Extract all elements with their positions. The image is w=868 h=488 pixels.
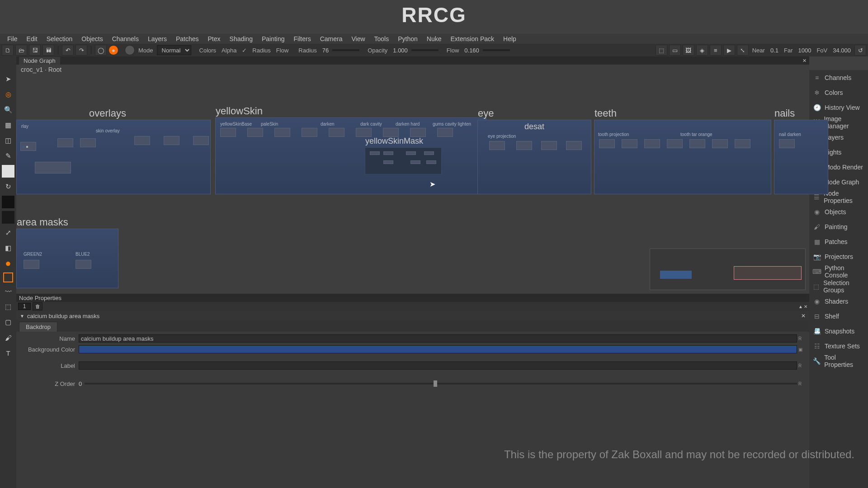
saveas-icon[interactable]: 🖬 xyxy=(42,45,54,56)
close-tab-icon[interactable]: ✕ xyxy=(802,58,807,64)
reset-button[interactable]: R xyxy=(798,381,806,386)
target-tool-icon[interactable]: ◎ xyxy=(2,88,14,101)
label-input[interactable] xyxy=(79,361,797,370)
backdrop-overlays[interactable]: overlays rlay skin overlay xyxy=(16,120,211,194)
image-icon[interactable]: 🖼 xyxy=(683,45,694,56)
fov-value[interactable]: 34.000 xyxy=(831,47,853,54)
node[interactable] xyxy=(437,128,453,137)
menu-file[interactable]: File xyxy=(3,34,22,43)
panel-patches[interactable]: ▦Patches xyxy=(809,234,868,249)
cube-icon[interactable]: ⬚ xyxy=(656,45,667,56)
node[interactable] xyxy=(406,151,416,155)
node[interactable] xyxy=(302,128,317,137)
backdrop-area-masks[interactable]: area masks GREEN2 BLUE2 xyxy=(16,229,118,288)
props-up-icon[interactable]: ▲ xyxy=(798,304,803,309)
node[interactable] xyxy=(383,128,399,137)
node[interactable] xyxy=(80,138,96,147)
stack-icon[interactable]: ≡ xyxy=(710,45,722,56)
node[interactable] xyxy=(712,139,728,148)
black-swatch[interactable] xyxy=(2,196,14,208)
alpha-check[interactable]: ✓ xyxy=(240,47,249,54)
orange-dot-icon[interactable]: ● xyxy=(2,257,14,270)
node[interactable] xyxy=(599,139,615,148)
panel-painting[interactable]: 🖌Painting xyxy=(809,219,868,234)
node[interactable] xyxy=(541,141,557,150)
text-tool-icon[interactable]: T xyxy=(2,347,14,359)
panel-tool-properties[interactable]: 🔧Tool Properties xyxy=(809,353,868,368)
radius-slider[interactable] xyxy=(332,49,359,51)
open-icon[interactable]: 🗁 xyxy=(15,45,27,56)
opacity-value[interactable]: 1.000 xyxy=(391,47,410,54)
orange-square-icon[interactable] xyxy=(3,272,13,282)
node[interactable] xyxy=(622,139,637,148)
menu-painting[interactable]: Painting xyxy=(257,34,289,43)
opacity-slider[interactable] xyxy=(411,49,439,51)
menu-camera[interactable]: Camera xyxy=(316,34,347,43)
play-icon[interactable]: ▶ xyxy=(723,45,735,56)
menu-edit[interactable]: Edit xyxy=(22,34,42,43)
backdrop-yellowskinmask[interactable]: yellowSkinMask xyxy=(365,147,442,174)
undo-icon[interactable]: ↶ xyxy=(62,45,74,56)
reset-button[interactable]: ▣ xyxy=(798,347,806,352)
node[interactable] xyxy=(164,136,179,145)
menu-nuke[interactable]: Nuke xyxy=(422,34,446,43)
menu-view[interactable]: View xyxy=(347,34,369,43)
backdrop-eye[interactable]: eye desat eye projection xyxy=(477,120,591,194)
new-icon[interactable]: 🗋 xyxy=(2,45,14,56)
minimap-viewport[interactable] xyxy=(734,266,802,280)
panel-colors[interactable]: ❄Colors xyxy=(809,85,868,100)
panel-history[interactable]: 🕘History View xyxy=(809,100,868,115)
circle-icon[interactable]: ◯ xyxy=(95,45,107,56)
menu-shading[interactable]: Shading xyxy=(225,34,257,43)
menu-patches[interactable]: Patches xyxy=(171,34,203,43)
node[interactable] xyxy=(424,151,434,155)
panel-projectors[interactable]: 📷Projectors xyxy=(809,249,868,264)
far-value[interactable]: 1000 xyxy=(796,47,813,54)
name-input[interactable] xyxy=(79,334,797,343)
record-icon[interactable]: ● xyxy=(108,45,118,55)
backdrop-yellowskin[interactable]: yellowSkin yellowSkinBase paleSkin darke… xyxy=(215,117,486,194)
mode-select[interactable]: Normal xyxy=(157,45,191,55)
node[interactable] xyxy=(329,128,344,137)
bgcolor-swatch[interactable] xyxy=(79,345,797,353)
node[interactable] xyxy=(489,141,505,150)
props-close-all-icon[interactable]: ✕ xyxy=(804,304,807,309)
node[interactable] xyxy=(689,139,705,148)
gradient-swatch[interactable] xyxy=(2,211,14,224)
cube-tool-icon[interactable]: ⬚ xyxy=(2,300,14,313)
node[interactable] xyxy=(383,151,393,155)
target-icon[interactable]: ◈ xyxy=(696,45,708,56)
node[interactable] xyxy=(426,160,436,164)
menu-tools[interactable]: Tools xyxy=(370,34,394,43)
zorder-value[interactable]: 0 xyxy=(79,380,82,387)
panel-snapshots[interactable]: 📇Snapshots xyxy=(809,324,868,338)
menu-layers[interactable]: Layers xyxy=(143,34,171,43)
pointer-icon[interactable]: ➤ xyxy=(2,73,14,85)
redo-icon[interactable]: ↷ xyxy=(75,45,87,56)
backdrop-nails[interactable]: nails nail darken xyxy=(774,120,828,194)
menu-extension-pack[interactable]: Extension Pack xyxy=(446,34,499,43)
reset-button[interactable]: R xyxy=(798,363,806,368)
panel-python-console[interactable]: ⌨Python Console xyxy=(809,264,868,279)
reset-button[interactable]: R xyxy=(798,336,806,341)
tab-backdrop[interactable]: Backdrop xyxy=(19,322,57,332)
slider-thumb[interactable] xyxy=(434,380,437,387)
disclosure-triangle-icon[interactable]: ▼ xyxy=(20,314,24,319)
square-tool-icon[interactable]: ▢ xyxy=(2,316,14,328)
panel-shelf[interactable]: ⊟Shelf xyxy=(809,309,868,324)
menu-objects[interactable]: Objects xyxy=(77,34,107,43)
crop-icon[interactable]: ◧ xyxy=(2,242,14,254)
props-count-input[interactable] xyxy=(18,303,31,310)
reload-icon[interactable]: ↻ xyxy=(2,180,14,193)
props-section-header[interactable]: ▼ calcium buildup area masks ✕ xyxy=(16,311,809,321)
panel-texture-sets[interactable]: ☷Texture Sets xyxy=(809,338,868,353)
node[interactable] xyxy=(735,139,750,148)
panel-selection-groups[interactable]: ⬚Selection Groups xyxy=(809,279,868,294)
brush-tool-icon[interactable]: 🖌 xyxy=(2,331,14,344)
graph-breadcrumb[interactable]: croc_v1 · Root xyxy=(16,65,809,75)
node[interactable] xyxy=(410,128,426,137)
brush-preview-icon[interactable] xyxy=(125,45,135,55)
panel-shaders[interactable]: ◉Shaders xyxy=(809,294,868,309)
reset-icon[interactable]: ↺ xyxy=(854,45,866,56)
node[interactable] xyxy=(370,151,380,155)
